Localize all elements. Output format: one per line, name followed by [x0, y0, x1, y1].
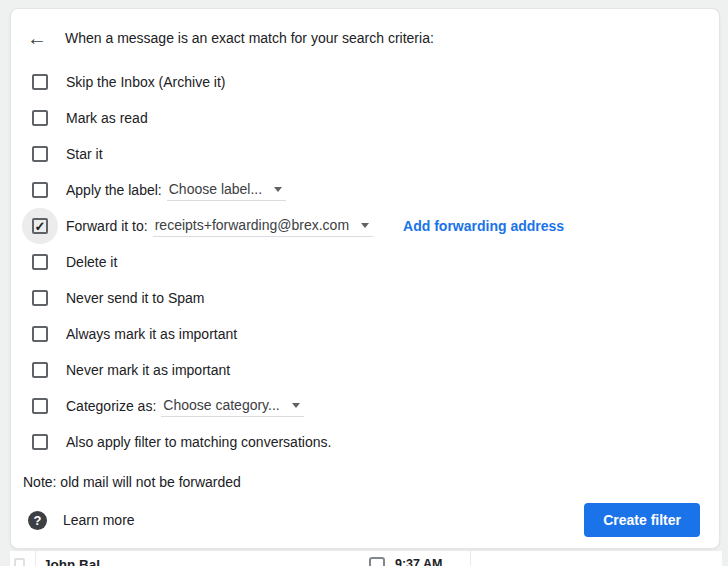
row-mark-as-read: Mark as read	[11, 100, 719, 136]
background-inbox-row: John Bal 9:37 AM	[10, 551, 722, 566]
row-never-important: Never mark it as important	[11, 352, 719, 388]
column-divider	[35, 551, 36, 566]
option-label: Always mark it as important	[66, 326, 237, 342]
checkbox-apply-matching[interactable]	[32, 434, 48, 450]
checkbox-box	[32, 362, 48, 378]
checkbox-always-important[interactable]	[32, 326, 48, 342]
dialog-title: When a message is an exact match for you…	[65, 30, 434, 46]
checkbox-never-spam[interactable]	[32, 290, 48, 306]
dropdown-caret-icon	[361, 223, 369, 228]
checkbox-never-important[interactable]	[32, 362, 48, 378]
row-forward-it: ✓ Forward it to: receipts+forwarding@bre…	[11, 208, 719, 244]
create-filter-button[interactable]: Create filter	[584, 503, 700, 537]
dropdown-value: receipts+forwarding@brex.com	[155, 217, 349, 233]
choose-category-dropdown[interactable]: Choose category...	[161, 397, 303, 417]
row-delete-it: Delete it	[11, 244, 719, 280]
checkbox-box	[32, 182, 48, 198]
checkbox-skip-inbox[interactable]	[32, 74, 48, 90]
row-skip-inbox: Skip the Inbox (Archive it)	[11, 64, 719, 100]
checkbox-box	[32, 146, 48, 162]
dropdown-caret-icon	[292, 403, 300, 408]
row-select-checkbox-icon	[14, 558, 25, 566]
row-apply-label: Apply the label: Choose label...	[11, 172, 719, 208]
option-label: Delete it	[66, 254, 117, 270]
dropdown-value: Choose category...	[163, 397, 279, 413]
email-time: 9:37 AM	[395, 557, 442, 566]
forwarding-note: Note: old mail will not be forwarded	[23, 474, 719, 490]
back-arrow-icon[interactable]: ←	[25, 26, 49, 50]
checkbox-box	[32, 434, 48, 450]
email-sender: John Bal	[43, 557, 100, 566]
option-label: Star it	[66, 146, 103, 162]
checkbox-mark-as-read[interactable]	[32, 110, 48, 126]
checkmark-icon: ✓	[32, 218, 48, 234]
checkbox-box	[32, 110, 48, 126]
dialog-header: ← When a message is an exact match for y…	[11, 9, 719, 56]
column-divider	[470, 551, 471, 566]
row-apply-matching: Also apply filter to matching conversati…	[11, 424, 719, 460]
option-label: Mark as read	[66, 110, 148, 126]
checkbox-star-it[interactable]	[32, 146, 48, 162]
filter-options-list: Skip the Inbox (Archive it) Mark as read…	[11, 64, 719, 460]
checkbox-categorize[interactable]	[32, 398, 48, 414]
checkbox-forward-it[interactable]: ✓	[32, 218, 48, 234]
dropdown-caret-icon	[274, 187, 282, 192]
option-label: Categorize as:	[66, 398, 156, 414]
create-filter-dialog: ← When a message is an exact match for y…	[10, 8, 720, 549]
checkbox-box	[32, 398, 48, 414]
checkbox-box	[32, 74, 48, 90]
row-star-it: Star it	[11, 136, 719, 172]
add-forwarding-address-link[interactable]: Add forwarding address	[403, 218, 564, 234]
checkbox-delete-it[interactable]	[32, 254, 48, 270]
row-categorize: Categorize as: Choose category...	[11, 388, 719, 424]
row-always-important: Always mark it as important	[11, 316, 719, 352]
checkbox-box	[32, 254, 48, 270]
dialog-footer: ? Learn more Create filter	[11, 503, 719, 537]
option-label: Never send it to Spam	[66, 290, 205, 306]
forward-address-dropdown[interactable]: receipts+forwarding@brex.com	[153, 217, 373, 237]
row-never-spam: Never send it to Spam	[11, 280, 719, 316]
option-label: Never mark it as important	[66, 362, 230, 378]
choose-label-dropdown[interactable]: Choose label...	[167, 181, 286, 201]
option-label: Apply the label:	[66, 182, 162, 198]
option-label: Also apply filter to matching conversati…	[66, 434, 331, 450]
checkbox-box	[32, 290, 48, 306]
attachment-icon	[369, 557, 385, 566]
help-icon[interactable]: ?	[28, 511, 47, 530]
learn-more-link[interactable]: Learn more	[63, 512, 135, 528]
option-label: Forward it to:	[66, 218, 148, 234]
checkbox-apply-label[interactable]	[32, 182, 48, 198]
option-label: Skip the Inbox (Archive it)	[66, 74, 226, 90]
checkbox-box	[32, 326, 48, 342]
dropdown-value: Choose label...	[169, 181, 262, 197]
